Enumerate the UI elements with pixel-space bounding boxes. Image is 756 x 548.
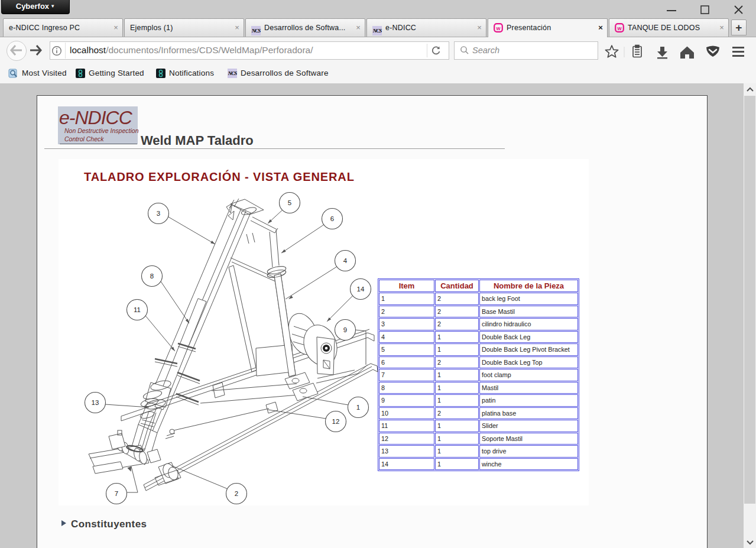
- svg-text:6: 6: [330, 215, 334, 222]
- svg-text:4: 4: [343, 257, 348, 264]
- svg-text:5: 5: [288, 199, 291, 206]
- svg-text:7: 7: [115, 490, 118, 497]
- svg-text:13: 13: [92, 399, 99, 406]
- svg-text:3: 3: [157, 210, 160, 217]
- svg-text:9: 9: [343, 326, 347, 333]
- svg-text:14: 14: [357, 286, 365, 293]
- svg-text:1: 1: [356, 404, 360, 411]
- svg-text:8: 8: [150, 273, 154, 280]
- svg-text:w: w: [495, 25, 501, 31]
- svg-text:2: 2: [235, 490, 238, 497]
- svg-text:11: 11: [134, 306, 141, 313]
- svg-text:12: 12: [332, 418, 340, 425]
